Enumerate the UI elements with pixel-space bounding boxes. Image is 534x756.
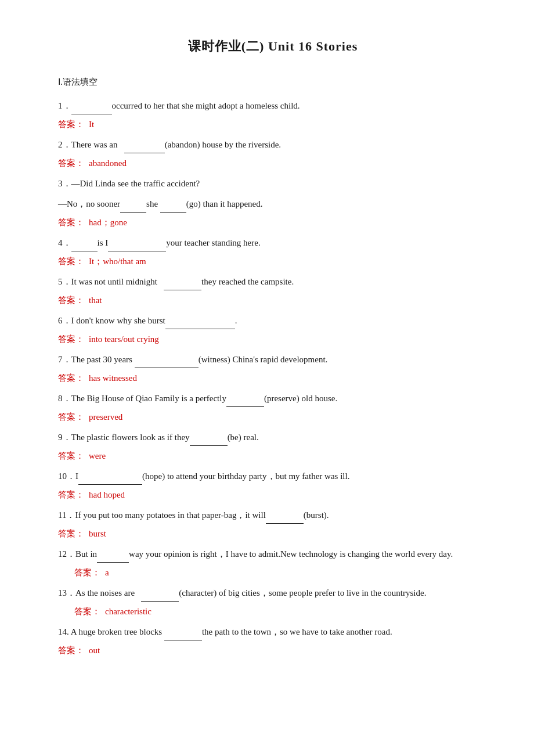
question-2: 2．There was an (abandon) house by the ri… xyxy=(58,137,488,153)
answer-1: 答案：It xyxy=(58,117,488,132)
question-6: 6．I don't know why she burst . xyxy=(58,313,488,329)
q2-text-before: 2．There was an xyxy=(58,140,124,149)
q1-text-before: 1． xyxy=(58,101,71,110)
question-7: 7．The past 30 years (witness) China's ra… xyxy=(58,352,488,368)
question-5: 5．It was not until midnight they reached… xyxy=(58,274,488,290)
answer-10: 答案：had hoped xyxy=(58,487,488,503)
answer-7: 答案：has witnessed xyxy=(58,370,488,386)
question-11: 11．If you put too many potatoes in that … xyxy=(58,507,488,524)
answer-3: 答案：had；gone xyxy=(58,215,488,231)
answer-9: 答案：were xyxy=(58,448,488,464)
answer-2: 答案：abandoned xyxy=(58,156,488,171)
answer-6: 答案：into tears/out crying xyxy=(58,332,488,347)
question-1: 1． occurred to her that she might adopt … xyxy=(58,98,488,114)
question-3a: 3．—Did Linda see the traffic accident? xyxy=(58,176,488,192)
answer-13: 答案：characteristic xyxy=(74,604,488,620)
section1-header: Ⅰ.语法填空 xyxy=(58,74,488,90)
answer-8: 答案：preserved xyxy=(58,409,488,425)
page-title: 课时作业(二) Unit 16 Stories xyxy=(58,35,488,58)
question-8: 8．The Big House of Qiao Family is a perf… xyxy=(58,391,488,407)
question-14: 14. A huge broken tree blocks the path t… xyxy=(58,624,488,640)
answer-4: 答案：It；who/that am xyxy=(58,254,488,269)
question-4: 4． is I your teacher standing here. xyxy=(58,235,488,251)
answer-11: 答案：burst xyxy=(58,526,488,542)
answer-14: 答案：out xyxy=(58,643,488,658)
q2-text-after: (abandon) house by the riverside. xyxy=(165,140,281,149)
question-12: 12．But in way your opinion is right，I ha… xyxy=(58,546,488,563)
q1-text-after: occurred to her that she might adopt a h… xyxy=(112,101,300,110)
question-3b: —No，no sooner she (go) than it happened. xyxy=(58,196,488,213)
question-9: 9．The plastic flowers look as if they (b… xyxy=(58,430,488,446)
answer-5: 答案：that xyxy=(58,293,488,308)
question-13: 13．As the noises are (character) of big … xyxy=(58,585,488,602)
answer-12: 答案：a xyxy=(74,565,488,581)
question-10: 10．I (hope) to attend your birthday part… xyxy=(58,469,488,485)
